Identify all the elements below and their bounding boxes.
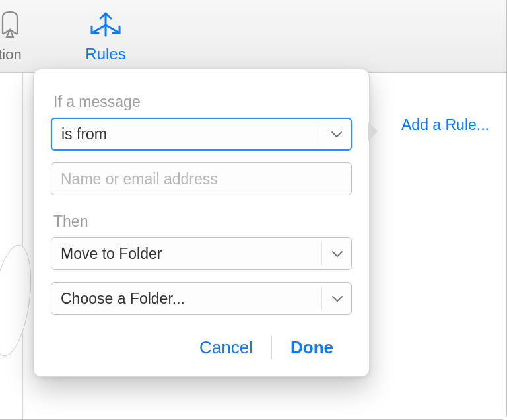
toolbar-item-label: Rules [85, 45, 125, 63]
address-placeholder: Name or email address [61, 170, 218, 188]
folder-select-value: Choose a Folder... [61, 290, 185, 308]
rule-editor-popover: If a message is from Name or email addre… [33, 69, 370, 377]
toolbar-item-rules[interactable]: Rules [66, 5, 145, 63]
condition-select[interactable]: is from [51, 118, 352, 151]
select-divider [321, 287, 322, 310]
folder-select[interactable]: Choose a Folder... [51, 282, 352, 315]
toolbar-item-partial[interactable]: tion [0, 9, 40, 63]
cancel-button[interactable]: Cancel [181, 332, 271, 363]
address-input[interactable]: Name or email address [51, 162, 352, 195]
add-rule-link[interactable]: Add a Rule... [401, 116, 489, 134]
select-divider [321, 242, 322, 265]
rules-arrows-icon [66, 5, 145, 44]
action-select-value: Move to Folder [61, 245, 162, 263]
select-divider [321, 123, 321, 145]
preferences-toolbar: tion Rules [0, 0, 506, 73]
condition-select-value: is from [61, 125, 107, 143]
popover-arrow [368, 122, 377, 141]
chevron-down-icon [331, 289, 343, 306]
chevron-down-icon [331, 124, 343, 142]
condition-section-label: If a message [53, 93, 349, 111]
chevron-down-icon [331, 244, 343, 262]
action-select[interactable]: Move to Folder [51, 237, 352, 270]
action-section-label: Then [53, 213, 349, 230]
pencil-icon [0, 9, 40, 42]
done-button[interactable]: Done [272, 332, 352, 363]
toolbar-item-label: tion [0, 46, 22, 63]
popover-button-row: Cancel Done [51, 332, 352, 363]
